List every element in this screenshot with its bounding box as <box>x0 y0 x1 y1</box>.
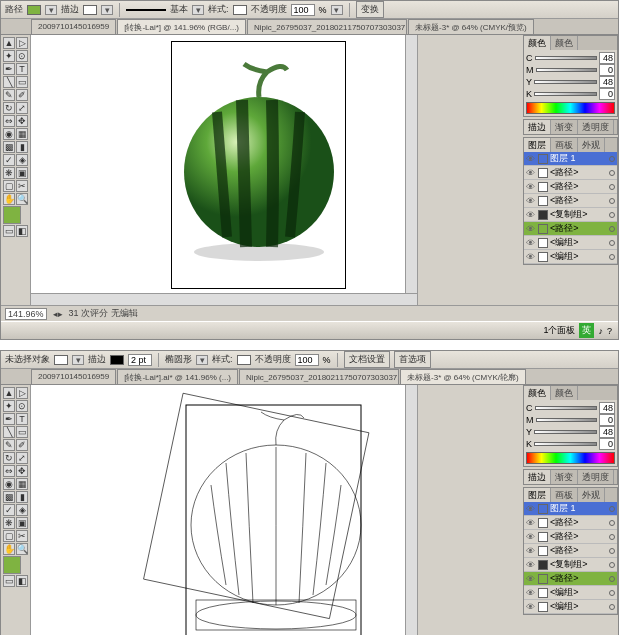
target-icon[interactable] <box>609 604 615 610</box>
shape-dropdown-icon[interactable]: ▾ <box>196 355 208 365</box>
stroke-weight-input[interactable]: 2 pt <box>128 354 152 366</box>
wand-tool-icon[interactable]: ✦ <box>3 50 15 62</box>
visibility-icon[interactable]: 👁 <box>526 154 536 164</box>
line-tool-icon[interactable]: ╲ <box>3 426 15 438</box>
y-value[interactable]: 48 <box>599 426 615 438</box>
layer-row[interactable]: 👁<路径> <box>524 194 617 208</box>
screen-mode-icon[interactable]: ▭ <box>3 575 15 587</box>
visibility-icon[interactable]: 👁 <box>526 238 536 248</box>
document-tab[interactable]: [转换-Lai*].ai* @ 141.96% (...) <box>117 369 238 384</box>
vertical-scrollbar[interactable] <box>405 35 417 293</box>
panel-tab[interactable]: 外观 <box>578 488 605 502</box>
layer-row[interactable]: 👁<路径> <box>524 530 617 544</box>
blend-tool-icon[interactable]: ◈ <box>16 504 28 516</box>
panel-tab[interactable]: 外观 <box>578 138 605 152</box>
m-value[interactable]: 0 <box>599 414 615 426</box>
symbol-tool-icon[interactable]: ❋ <box>3 517 15 529</box>
screen-mode-icon[interactable]: ▭ <box>3 225 15 237</box>
y-value[interactable]: 48 <box>599 76 615 88</box>
opacity-input[interactable]: 100 <box>291 4 315 16</box>
visibility-icon[interactable]: 👁 <box>526 532 536 542</box>
visibility-icon[interactable]: 👁 <box>526 546 536 556</box>
panel-tab[interactable]: 画板 <box>551 488 578 502</box>
slice-tool-icon[interactable]: ✂ <box>16 530 28 542</box>
hand-tool-icon[interactable]: ✋ <box>3 193 15 205</box>
layer-row[interactable]: 👁<路径> <box>524 222 617 236</box>
opacity-input[interactable]: 100 <box>295 354 319 366</box>
k-slider[interactable] <box>534 442 597 446</box>
horizontal-scrollbar[interactable] <box>31 293 417 305</box>
opacity-dropdown-icon[interactable]: ▾ <box>331 5 343 15</box>
target-icon[interactable] <box>609 170 615 176</box>
k-value[interactable]: 0 <box>599 438 615 450</box>
c-value[interactable]: 48 <box>599 402 615 414</box>
artboard-tool-icon[interactable]: ▢ <box>3 530 15 542</box>
target-icon[interactable] <box>609 548 615 554</box>
lasso-tool-icon[interactable]: ⊙ <box>16 50 28 62</box>
stroke-dropdown-icon[interactable]: ▾ <box>101 5 113 15</box>
layer-row[interactable]: 👁<编组> <box>524 236 617 250</box>
c-slider[interactable] <box>535 406 598 410</box>
symbol-tool-icon[interactable]: ❋ <box>3 167 15 179</box>
target-icon[interactable] <box>609 590 615 596</box>
transform-button[interactable]: 变换 <box>356 1 384 18</box>
zoom-tool-icon[interactable]: 🔍 <box>16 543 28 555</box>
fill-dropdown-icon[interactable]: ▾ <box>72 355 84 365</box>
target-icon[interactable] <box>609 240 615 246</box>
document-tab[interactable]: 未标题-3* @ 64% (CMYK/预览) <box>408 19 534 34</box>
selection-tool-icon[interactable]: ▲ <box>3 387 15 399</box>
mesh-tool-icon[interactable]: ▩ <box>3 491 15 503</box>
color-mode-icon[interactable]: ◧ <box>16 575 28 587</box>
panel-tab[interactable]: 透明度 <box>578 120 614 134</box>
pencil-tool-icon[interactable]: ✐ <box>16 89 28 101</box>
panel-tab[interactable]: 图层 <box>524 138 551 152</box>
panel-tab[interactable]: 图层 <box>524 488 551 502</box>
gradient-tool-icon[interactable]: ▮ <box>16 141 28 153</box>
target-icon[interactable] <box>609 576 615 582</box>
layer-row[interactable]: 👁<编组> <box>524 586 617 600</box>
rect-tool-icon[interactable]: ▭ <box>16 76 28 88</box>
canvas-area[interactable] <box>31 385 418 635</box>
visibility-icon[interactable]: 👁 <box>526 518 536 528</box>
layer-row[interactable]: 👁<路径> <box>524 180 617 194</box>
direct-select-tool-icon[interactable]: ▷ <box>16 37 28 49</box>
panel-tab[interactable]: 渐变 <box>551 470 578 484</box>
canvas-area[interactable] <box>31 35 418 305</box>
shape-builder-tool-icon[interactable]: ◉ <box>3 478 15 490</box>
width-tool-icon[interactable]: ⇔ <box>3 115 15 127</box>
width-tool-icon[interactable]: ⇔ <box>3 465 15 477</box>
speaker-icon[interactable]: ♪ <box>598 326 603 336</box>
rotate-tool-icon[interactable]: ↻ <box>3 452 15 464</box>
prefs-button[interactable]: 首选项 <box>394 351 431 368</box>
visibility-icon[interactable]: 👁 <box>526 196 536 206</box>
scale-tool-icon[interactable]: ⤢ <box>16 452 28 464</box>
c-slider[interactable] <box>535 56 598 60</box>
visibility-icon[interactable]: 👁 <box>526 588 536 598</box>
docsetup-button[interactable]: 文档设置 <box>344 351 390 368</box>
pencil-tool-icon[interactable]: ✐ <box>16 439 28 451</box>
pen-tool-icon[interactable]: ✒ <box>3 63 15 75</box>
brush-tool-icon[interactable]: ✎ <box>3 89 15 101</box>
zoom-tool-icon[interactable]: 🔍 <box>16 193 28 205</box>
panel-tab[interactable]: 透明度 <box>578 470 614 484</box>
y-slider[interactable] <box>534 430 597 434</box>
hand-tool-icon[interactable]: ✋ <box>3 543 15 555</box>
tray-icon[interactable]: ? <box>607 326 612 336</box>
pen-tool-icon[interactable]: ✒ <box>3 413 15 425</box>
target-icon[interactable] <box>609 506 615 512</box>
fill-color-icon[interactable] <box>3 206 21 224</box>
slice-tool-icon[interactable]: ✂ <box>16 180 28 192</box>
panel-tab[interactable]: 描边 <box>524 470 551 484</box>
panel-tab[interactable]: 描边 <box>524 120 551 134</box>
line-tool-icon[interactable]: ╲ <box>3 76 15 88</box>
perspective-tool-icon[interactable]: ▦ <box>16 128 28 140</box>
stroke-style-dropdown-icon[interactable]: ▾ <box>192 5 204 15</box>
fill-swatch[interactable] <box>27 5 41 15</box>
blend-tool-icon[interactable]: ◈ <box>16 154 28 166</box>
k-slider[interactable] <box>534 92 597 96</box>
graph-tool-icon[interactable]: ▣ <box>16 517 28 529</box>
graph-tool-icon[interactable]: ▣ <box>16 167 28 179</box>
stroke-swatch[interactable] <box>110 355 124 365</box>
target-icon[interactable] <box>609 184 615 190</box>
layer-row[interactable]: 👁<编组> <box>524 600 617 614</box>
